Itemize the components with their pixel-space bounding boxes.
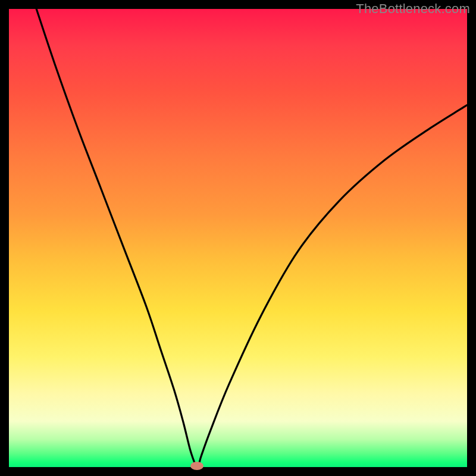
optimal-point-marker (190, 462, 203, 470)
plot-area (9, 9, 467, 467)
watermark-text: TheBottleneck.com (356, 1, 470, 17)
chart-container: TheBottleneck.com (0, 0, 476, 476)
bottleneck-curve (9, 9, 467, 467)
